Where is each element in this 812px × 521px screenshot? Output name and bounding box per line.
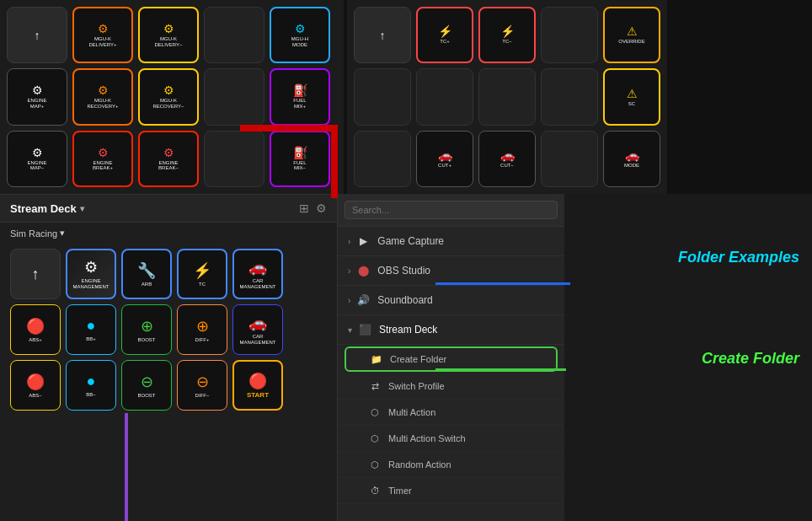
expand-stream-deck-icon: ▾ xyxy=(348,325,352,335)
key-mgu-h-mode[interactable]: ⚙ MGU-HMODE xyxy=(270,7,330,63)
panel-title: Stream Deck ▾ xyxy=(10,202,84,215)
stream-deck-title: Stream Deck xyxy=(10,202,77,215)
key-empty-r2 xyxy=(354,68,411,125)
panel-key-tc[interactable]: ⚡ TC xyxy=(177,249,227,299)
deck-left-preview: ↑ ⚙ MGU-KDELIVERY+ ⚙ MGU-KDELIVERY− ⚙ MG… xyxy=(0,0,337,194)
panel-header: Stream Deck ▾ ⊞ ⚙ xyxy=(0,195,337,223)
panel-key-diff-minus[interactable]: ⊖ DIFF− xyxy=(177,360,227,411)
action-timer[interactable]: ⏱ Timer xyxy=(338,478,564,504)
obs-label: OBS Studio xyxy=(377,265,430,277)
key-empty-r1 xyxy=(541,7,598,63)
multi-action-switch-label: Multi Action Switch xyxy=(388,433,466,443)
panel-key-boost-minus[interactable]: ⊖ BOOST xyxy=(121,360,172,411)
deck-grid-panel: ↑ ⚙ ENGINEMANAGEMENT 🔧 ARB ⚡ TC 🚗 CARMAN… xyxy=(0,242,337,473)
panel-key-boost-plus[interactable]: ⊕ BOOST xyxy=(121,304,172,355)
multi-action-label: Multi Action xyxy=(388,407,435,417)
key-fuel-mix-minus[interactable]: ⛽ FUELMIX− xyxy=(270,131,330,187)
multi-action-switch-icon: ⬡ xyxy=(368,432,382,445)
key-mgu-k-recovery-minus[interactable]: ⚙ MGU-KRECOVERY− xyxy=(138,68,199,125)
create-folder-icon: 📁 xyxy=(370,352,383,366)
action-multi-action-switch[interactable]: ⬡ Multi Action Switch xyxy=(338,426,564,452)
right-panel: › ▶ Game Capture › ⬤ OBS Studio › 🔊 Soun… xyxy=(337,194,564,521)
title-chevron: ▾ xyxy=(80,204,84,213)
key-engine-break-plus[interactable]: ⚙ ENGINEBREAK+ xyxy=(72,131,133,187)
key-empty-r3 xyxy=(416,68,473,125)
key-empty-2 xyxy=(204,68,264,125)
key-engine-map-minus[interactable]: ⚙ ENGINEMAP− xyxy=(7,131,67,187)
panel-key-arb[interactable]: 🔧 ARB xyxy=(121,249,172,299)
soundboard-label: Soundboard xyxy=(377,294,432,306)
profile-chevron: ▾ xyxy=(60,228,65,239)
annotation-create-folder: Create Folder xyxy=(702,350,799,368)
panel-key-engine-mgmt[interactable]: ⚙ ENGINEMANAGEMENT xyxy=(66,249,116,299)
switch-profile-label: Switch Profile xyxy=(388,381,445,391)
game-capture-label: Game Capture xyxy=(377,235,444,247)
bottom-section: Stream Deck ▾ ⊞ ⚙ Sim Racing ▾ ↑ ⚙ ENGIN… xyxy=(0,194,812,521)
deck-right-preview: ↑ ⚡ TC+ ⚡ TC− ⚠ OVERRIDE xyxy=(347,0,667,194)
key-empty-r6 xyxy=(354,131,411,187)
key-up-left[interactable]: ↑ xyxy=(7,7,67,63)
key-empty-1 xyxy=(204,7,264,63)
random-action-icon: ⬡ xyxy=(368,458,382,471)
key-cut-plus[interactable]: 🚗 CUT+ xyxy=(416,131,473,187)
action-random-action[interactable]: ⬡ Random Action xyxy=(338,452,564,478)
multi-action-icon: ⬡ xyxy=(368,406,382,419)
settings-icon[interactable]: ⚙ xyxy=(316,201,327,215)
key-fuel-mix-plus[interactable]: ⛽ FUELMIX+ xyxy=(270,68,330,125)
plugin-obs-studio[interactable]: › ⬤ OBS Studio xyxy=(338,256,564,286)
game-capture-icon: ▶ xyxy=(355,234,371,249)
key-tc-minus[interactable]: ⚡ TC− xyxy=(478,7,536,63)
annotation-folder-examples: Folder Examples xyxy=(678,249,799,266)
panel-key-bb-plus[interactable]: ● BB+ xyxy=(66,304,116,355)
key-empty-r5 xyxy=(541,68,598,125)
panel-key-start[interactable]: 🔴 START xyxy=(232,360,283,411)
plugin-stream-deck[interactable]: ▾ ⬛ Stream Deck xyxy=(338,315,564,345)
key-cut-minus[interactable]: 🚗 CUT− xyxy=(478,131,536,187)
panel-key-bb-minus[interactable]: ● BB− xyxy=(66,360,116,411)
key-override[interactable]: ⚠ OVERRIDE xyxy=(603,7,660,63)
timer-label: Timer xyxy=(388,486,412,496)
random-action-label: Random Action xyxy=(388,459,451,470)
key-empty-r4 xyxy=(478,68,536,125)
plugin-search-input[interactable] xyxy=(345,201,558,219)
plugin-game-capture[interactable]: › ▶ Game Capture xyxy=(338,227,564,256)
key-sc[interactable]: ⚠ SC xyxy=(603,68,660,125)
key-mgu-k-recovery-plus[interactable]: ⚙ MGU-KRECOVERY+ xyxy=(72,68,133,125)
create-folder-annotation-text: Create Folder xyxy=(702,350,799,367)
soundboard-icon: 🔊 xyxy=(355,293,371,308)
key-engine-break-minus[interactable]: ⚙ ENGINEBREAK− xyxy=(138,131,199,187)
expand-obs-icon: › xyxy=(348,266,350,276)
create-folder-label: Create Folder xyxy=(390,354,446,364)
key-empty-3 xyxy=(204,131,264,187)
grid-icon[interactable]: ⊞ xyxy=(299,201,309,215)
plugin-search-area xyxy=(338,194,564,227)
blue-annotation-line xyxy=(435,282,570,285)
plugin-soundboard[interactable]: › 🔊 Soundboard xyxy=(338,286,564,315)
panel-key-up[interactable]: ↑ xyxy=(10,249,61,299)
key-mode[interactable]: 🚗 MODE xyxy=(603,131,660,187)
key-tc-plus[interactable]: ⚡ TC+ xyxy=(416,7,473,63)
left-panel: Stream Deck ▾ ⊞ ⚙ Sim Racing ▾ ↑ ⚙ ENGIN… xyxy=(0,194,337,521)
key-engine-map-plus[interactable]: ⚙ ENGINEMAP+ xyxy=(7,68,67,125)
key-up-right[interactable]: ↑ xyxy=(354,7,411,63)
top-section: ↑ ⚙ MGU-KDELIVERY+ ⚙ MGU-KDELIVERY− ⚙ MG… xyxy=(0,0,812,194)
panel-key-car-mgmt-top[interactable]: 🚗 CARMANAGEMENT xyxy=(232,249,283,299)
red-arrow-vertical xyxy=(331,125,338,198)
panel-key-abs-plus[interactable]: 🔴 ABS+ xyxy=(10,304,61,355)
panel-key-car-mgmt2[interactable]: 🚗 CARMANAGEMENT xyxy=(232,304,283,355)
action-switch-profile[interactable]: ⇄ Switch Profile xyxy=(338,373,564,400)
panel-key-abs-minus[interactable]: 🔴 ABS− xyxy=(10,360,61,411)
expand-soundboard-icon: › xyxy=(348,296,350,305)
key-empty-r7 xyxy=(541,131,598,187)
profile-selector[interactable]: Sim Racing ▾ xyxy=(0,224,337,242)
switch-profile-icon: ⇄ xyxy=(368,379,382,393)
profile-label: Sim Racing xyxy=(10,228,57,239)
red-arrow-horizontal xyxy=(240,125,333,132)
key-mgu-k-delivery-minus[interactable]: ⚙ MGU-KDELIVERY− xyxy=(138,7,199,63)
folder-examples-text: Folder Examples xyxy=(678,249,799,266)
key-mgu-k-delivery-plus[interactable]: ⚙ MGU-KDELIVERY+ xyxy=(72,7,133,63)
action-multi-action[interactable]: ⬡ Multi Action xyxy=(338,400,564,426)
panel-key-diff-plus[interactable]: ⊕ DIFF+ xyxy=(177,304,227,355)
stream-deck-plugin-icon: ⬛ xyxy=(357,322,372,337)
stream-deck-plugin-label: Stream Deck xyxy=(379,324,437,336)
